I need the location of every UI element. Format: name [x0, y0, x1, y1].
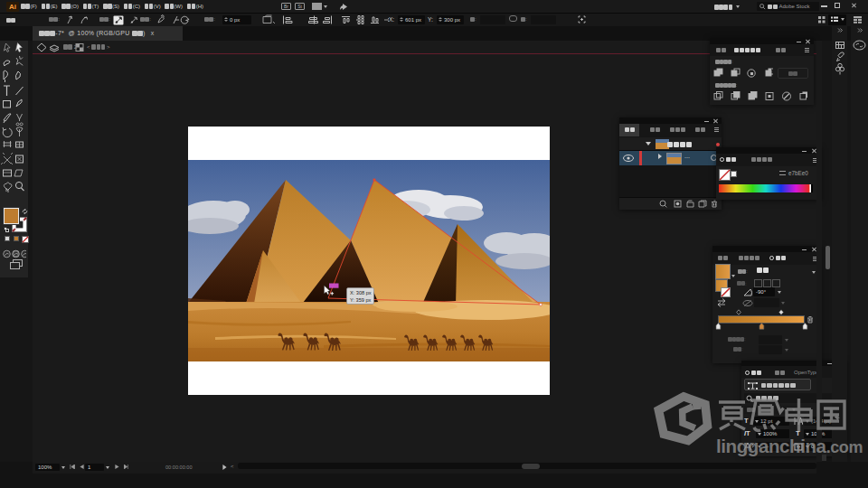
- svg-text:lingganchina.com: lingganchina.com: [716, 436, 863, 456]
- svg-text:X: 308 px: X: 308 px: [350, 290, 372, 296]
- svg-text:Y: 359 px: Y: 359 px: [350, 297, 372, 303]
